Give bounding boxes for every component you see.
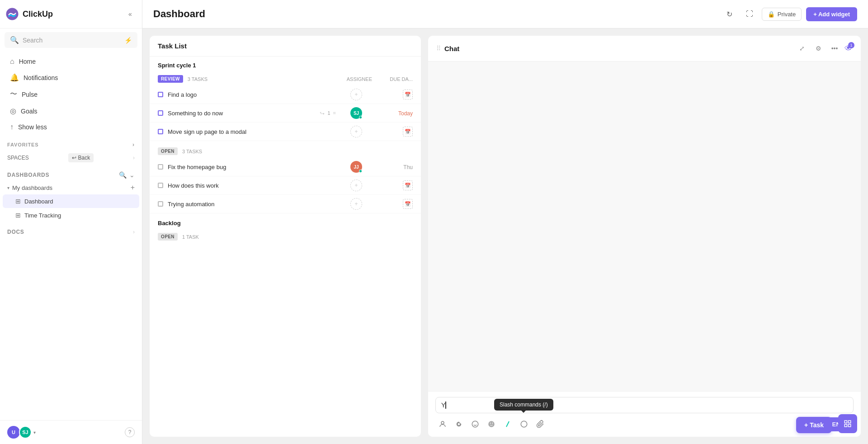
sidebar-footer: U SJ ▾ ? <box>0 420 142 444</box>
more-options-icon[interactable]: ••• <box>828 42 841 55</box>
avatar-u: U <box>7 426 20 439</box>
slash-commands-button[interactable]: Slash commands (/) <box>500 417 515 431</box>
dashboards-search-icon[interactable]: 🔍 <box>119 171 127 179</box>
jj-avatar: JJ <box>350 161 362 173</box>
collapse-sidebar-button[interactable]: « <box>124 8 137 20</box>
task-row[interactable]: How does this work + 📅 <box>150 176 421 195</box>
task-list-widget-header: Task List <box>150 36 421 57</box>
add-task-button[interactable]: + Task <box>796 417 832 433</box>
duedate-cell: 📅 <box>377 180 413 190</box>
review-badge: REVIEW <box>158 75 183 83</box>
svg-rect-11 <box>844 420 847 423</box>
chat-toolbar-left: Slash commands (/) <box>435 417 547 431</box>
task-row[interactable]: Trying automation + 📅 <box>150 195 421 213</box>
search-input[interactable]: Search <box>23 37 121 44</box>
task-row[interactable]: Fix the homepage bug JJ Thu <box>150 158 421 176</box>
unassigned-avatar[interactable]: + <box>350 126 362 137</box>
page-title: Dashboard <box>153 8 205 20</box>
my-dashboards-item[interactable]: My dashboards + <box>0 181 142 194</box>
task-checkbox[interactable] <box>158 164 163 170</box>
at-mention-button[interactable] <box>452 417 466 431</box>
unassigned-avatar[interactable]: + <box>350 179 362 191</box>
add-task-label: + Task <box>804 421 824 429</box>
svg-point-8 <box>492 423 493 424</box>
grid-view-button[interactable] <box>838 414 857 433</box>
chat-header-actions: ⤢ ⚙ ••• 👁 1 <box>796 42 853 55</box>
task-row[interactable]: Something to do now ⮑ 1 = SJ Today <box>150 104 421 123</box>
task-checkbox[interactable] <box>158 183 163 188</box>
task-checkbox[interactable] <box>158 201 163 207</box>
search-icon: 🔍 <box>10 36 19 44</box>
assignee-cell: + <box>336 89 377 100</box>
emoji-fill-button[interactable] <box>484 417 499 431</box>
main-content: Dashboard ↻ ⛶ 🔒 Private + Add widget Tas… <box>142 0 868 444</box>
task-name: Trying automation <box>168 201 336 208</box>
lock-icon: 🔒 <box>768 11 775 18</box>
emoji-outline-button[interactable] <box>468 417 482 431</box>
empty-duedate[interactable]: 📅 <box>403 199 413 209</box>
subtask-icon: ⮑ <box>320 110 325 116</box>
svg-rect-13 <box>844 425 847 427</box>
sidebar-item-dashboard[interactable]: ⊞ Dashboard <box>3 194 139 208</box>
svg-rect-12 <box>849 420 851 423</box>
nav-item-pulse[interactable]: 〜 Pulse <box>3 86 139 103</box>
task-name: Something to do now <box>168 110 316 117</box>
goals-icon: ◎ <box>10 107 16 115</box>
attachment-circle-button[interactable] <box>517 417 531 431</box>
task-checkbox[interactable] <box>158 92 163 97</box>
svg-point-2 <box>458 423 460 425</box>
nav-item-show-less[interactable]: ↑ Show less <box>3 119 139 135</box>
task-name: Fix the homepage bug <box>168 164 336 170</box>
empty-duedate[interactable]: 📅 <box>403 90 413 99</box>
user-avatar-group: U SJ ▾ <box>7 426 36 439</box>
paperclip-button[interactable] <box>533 417 547 431</box>
sidebar-item-time-tracking[interactable]: ⊞ Time Tracking <box>3 208 139 222</box>
review-group-header: REVIEW 3 TASKS ASSIGNEE DUE DA... <box>150 72 421 85</box>
dashboards-chevron-icon[interactable]: ⌄ <box>129 171 135 179</box>
open-badge: OPEN <box>158 147 178 155</box>
refresh-button[interactable]: ↻ <box>722 6 737 22</box>
dashboards-actions: 🔍 ⌄ <box>119 171 135 179</box>
dashboard-content: Task List Sprint cycle 1 REVIEW 3 TASKS … <box>142 28 868 444</box>
assignee-cell: + <box>336 126 377 137</box>
add-dashboard-icon[interactable]: + <box>131 184 135 192</box>
chat-widget: ⠿ Chat ⤢ ⚙ ••• 👁 1 Y <box>428 36 861 437</box>
logo-text: ClickUp <box>23 9 53 19</box>
eye-icon-badge[interactable]: 👁 1 <box>844 44 853 53</box>
mention-person-button[interactable] <box>435 417 450 431</box>
task-row[interactable]: Move sign up page to a modal + 📅 <box>150 123 421 141</box>
svg-point-6 <box>488 421 495 427</box>
nav-item-goals[interactable]: ◎ Goals <box>3 103 139 119</box>
expand-icon[interactable]: ⤢ <box>796 42 808 55</box>
user-menu-caret-icon[interactable]: ▾ <box>33 430 36 435</box>
nav-item-home[interactable]: ⌂ Home <box>3 54 139 69</box>
docs-section[interactable]: DOCS › <box>0 225 142 239</box>
settings-icon[interactable]: ⚙ <box>812 42 825 55</box>
docs-label: DOCS <box>7 229 24 235</box>
favorites-section[interactable]: FAVORITES › <box>0 137 142 150</box>
back-button[interactable]: ↩ Back <box>68 153 94 162</box>
notification-badge: 1 <box>848 42 854 48</box>
assignee-cell: + <box>336 198 377 210</box>
assignee-cell: SJ <box>336 107 377 119</box>
private-button[interactable]: 🔒 Private <box>762 8 802 21</box>
help-button[interactable]: ? <box>125 427 135 437</box>
nav-item-notifications[interactable]: 🔔 Notifications <box>3 70 139 85</box>
task-row[interactable]: Find a logo + 📅 <box>150 85 421 104</box>
nav-item-goals-label: Goals <box>21 108 38 115</box>
header-actions: ↻ ⛶ 🔒 Private + Add widget <box>722 6 857 22</box>
empty-duedate[interactable]: 📅 <box>403 180 413 190</box>
task-meta: ⮑ 1 = <box>320 110 336 116</box>
unassigned-avatar[interactable]: + <box>350 198 362 210</box>
nav-item-pulse-label: Pulse <box>22 91 38 98</box>
dashboards-section: DASHBOARDS 🔍 ⌄ My dashboards + ⊞ Dashboa… <box>0 166 142 225</box>
home-icon: ⌂ <box>10 57 14 66</box>
task-checkbox[interactable] <box>158 110 163 116</box>
add-widget-button[interactable]: + Add widget <box>806 7 857 21</box>
backlog-open-badge: OPEN <box>158 233 178 241</box>
empty-duedate[interactable]: 📅 <box>403 127 413 137</box>
fullscreen-button[interactable]: ⛶ <box>742 6 757 22</box>
unassigned-avatar[interactable]: + <box>350 89 362 100</box>
search-bar[interactable]: 🔍 Search ⚡ <box>5 32 137 48</box>
task-checkbox[interactable] <box>158 129 163 134</box>
